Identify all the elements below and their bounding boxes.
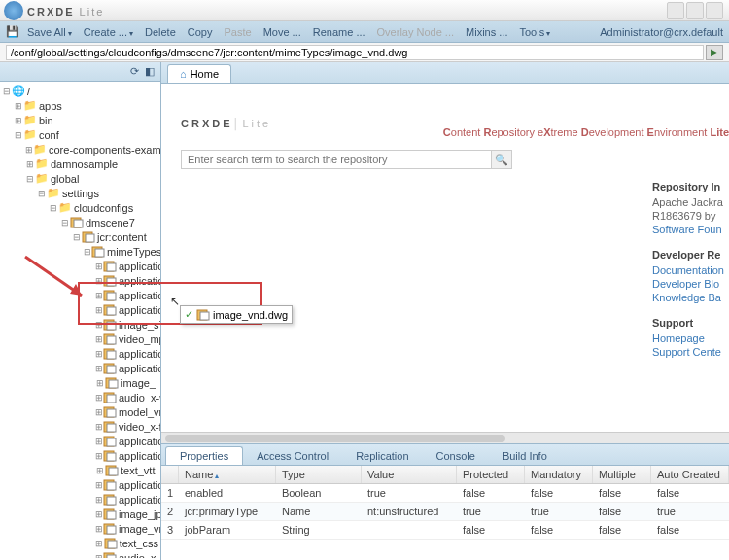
header-icon-3[interactable] [706,2,723,19]
tree-node[interactable]: ⊞image_jpeg [2,507,158,521]
toggle-icon[interactable]: ⊞ [95,495,103,505]
user-badge[interactable]: Administrator@crx.default [600,26,723,38]
col-header[interactable]: Name [179,466,276,483]
tree-node[interactable]: ⊟dmscene7 [2,215,158,229]
tree-node[interactable]: ⊞application_x-indesign [2,346,158,361]
tree-node[interactable]: ⊟🌐/ [2,84,158,98]
toggle-icon[interactable]: ⊞ [95,291,103,300]
repository-tree[interactable]: ⊟🌐/⊞📁apps⊞📁bin⊟📁conf⊞📁core-components-ex… [0,82,160,558]
col-header[interactable] [161,466,179,483]
tree-node[interactable]: ⊞application_rtf [2,302,158,317]
dev-link-1[interactable]: Documentation [652,264,729,276]
toggle-icon[interactable]: ⊞ [95,262,103,271]
tree-node[interactable]: ⊞application_vnd.ms-excel [2,492,158,507]
ptab-access-control[interactable]: Access Control [243,447,342,465]
tree-node[interactable]: ⊞model_vnd.mts [2,404,158,419]
toggle-icon[interactable]: ⊞ [95,334,103,344]
grid-row[interactable]: 3jobParamStringfalsefalsefalsefalse [161,521,729,540]
col-header[interactable]: Multiple [593,466,651,483]
tree-node[interactable]: ⊞📁apps [2,98,158,113]
rename-button[interactable]: Rename ... [307,24,371,40]
tree-node[interactable]: ⊞image_s7asset [2,317,158,332]
tree-node[interactable]: ⊞application_x-font-type1 [2,361,158,375]
paste-button[interactable]: Paste [218,24,257,40]
toggle-icon[interactable]: ⊞ [95,305,103,315]
repo-link[interactable]: Software Foun [652,224,729,235]
toggle-icon[interactable]: ⊞ [95,480,103,490]
tree-node[interactable]: ⊞audio_x-aac [2,550,158,558]
copy-button[interactable]: Copy [182,24,219,40]
col-header[interactable]: Protected [457,466,525,483]
toggle-icon[interactable]: ⊞ [95,509,103,519]
toggle-icon[interactable]: ⊞ [95,437,103,446]
tree-node[interactable]: ⊞image_ [2,375,158,390]
tree-node[interactable]: ⊞application_x-font-ttf [2,273,158,288]
toggle-icon[interactable]: ⊞ [95,407,103,417]
tree-node[interactable]: ⊞image_vnd.adobe.photoshop [2,521,158,536]
tree-node[interactable]: ⊟📁cloudconfigs [2,200,158,215]
toggle-icon[interactable]: ⊟ [84,247,91,257]
tab-home[interactable]: ⌂ Home [167,64,231,83]
create-button[interactable]: Create ... [78,24,139,40]
move-button[interactable]: Move ... [258,24,307,40]
tree-node[interactable]: ⊞application_x-font-otf [2,259,158,273]
toggle-icon[interactable]: ⊞ [14,116,23,125]
h-scrollbar[interactable] [161,432,729,443]
col-header[interactable]: Mandatory [525,466,593,483]
tree-node[interactable]: ⊟📁settings [2,186,158,200]
path-input[interactable] [6,45,704,60]
tools-button[interactable]: Tools [513,24,556,40]
dev-link-2[interactable]: Developer Blo [652,278,729,290]
tree-node[interactable]: ⊞text_css [2,536,158,550]
toggle-icon[interactable]: ⊞ [95,364,103,373]
tree-node[interactable]: ⊞application_postscript [2,288,158,302]
ptab-properties[interactable]: Properties [165,446,243,465]
toggle-icon[interactable]: ⊞ [95,524,103,534]
toggle-icon[interactable]: ⊟ [14,130,23,140]
toggle-icon[interactable]: ⊞ [95,422,103,432]
col-header[interactable]: Value [362,466,457,483]
tree-node[interactable]: ⊞video_x-flv [2,419,158,434]
refresh-icon[interactable]: ⟳ [127,65,141,79]
repo-search-input[interactable] [181,150,492,169]
toggle-icon[interactable]: ⊟ [25,174,35,184]
toggle-icon[interactable]: ⊞ [95,378,105,388]
toggle-icon[interactable]: ⊟ [72,232,82,242]
tree-node[interactable]: ⊟📁conf [2,127,158,142]
col-header[interactable]: Type [276,466,362,483]
header-icon-1[interactable] [667,2,684,19]
grid-row[interactable]: 2jcr:primaryTypeNament:unstructuredtruet… [161,503,729,521]
search-button[interactable]: 🔍 [491,150,512,169]
grid-row[interactable]: 1enabledBooleantruefalsefalsefalsefalse [161,484,729,503]
tree-node[interactable]: ⊞audio_x-wav [2,390,158,404]
toggle-icon[interactable]: ⊞ [95,539,104,548]
col-header[interactable]: Auto Created [651,466,729,483]
save-all-button[interactable]: Save All [21,24,78,40]
tree-node[interactable]: ⊞📁core-components-examples [2,142,158,157]
toggle-icon[interactable]: ⊞ [95,393,103,402]
tree-node[interactable]: ⊞application_pdf [2,434,158,448]
toggle-icon[interactable]: ⊞ [95,276,103,286]
toggle-icon[interactable]: ⊞ [25,159,35,169]
overlay-button[interactable]: Overlay Node ... [371,24,460,40]
toggle-icon[interactable]: ⊞ [14,101,23,111]
toggle-icon[interactable]: ⊞ [95,349,103,359]
sup-link-2[interactable]: Support Cente [652,346,729,358]
sup-link-1[interactable]: Homepage [652,332,729,344]
delete-button[interactable]: Delete [139,24,182,40]
ptab-replication[interactable]: Replication [342,447,422,465]
tree-node[interactable]: ⊟📁global [2,171,158,186]
tree-node[interactable]: ⊞application_vnd.ms-powerpoint [2,448,158,463]
go-button[interactable]: ▶ [706,45,723,60]
toggle-icon[interactable]: ⊞ [25,145,33,155]
tree-node[interactable]: ⊟jcr:content [2,229,158,244]
toggle-icon[interactable]: ⊟ [2,87,12,96]
toggle-icon[interactable]: ⊟ [60,218,70,228]
toggle-icon[interactable]: ⊟ [49,203,58,213]
tree-node[interactable]: ⊞📁damnosample [2,157,158,171]
mixins-button[interactable]: Mixins ... [460,24,513,40]
header-icon-2[interactable] [686,2,704,19]
collapse-icon[interactable]: ◧ [143,65,156,79]
ptab-build-info[interactable]: Build Info [489,447,561,465]
toggle-icon[interactable]: ⊞ [95,553,103,559]
